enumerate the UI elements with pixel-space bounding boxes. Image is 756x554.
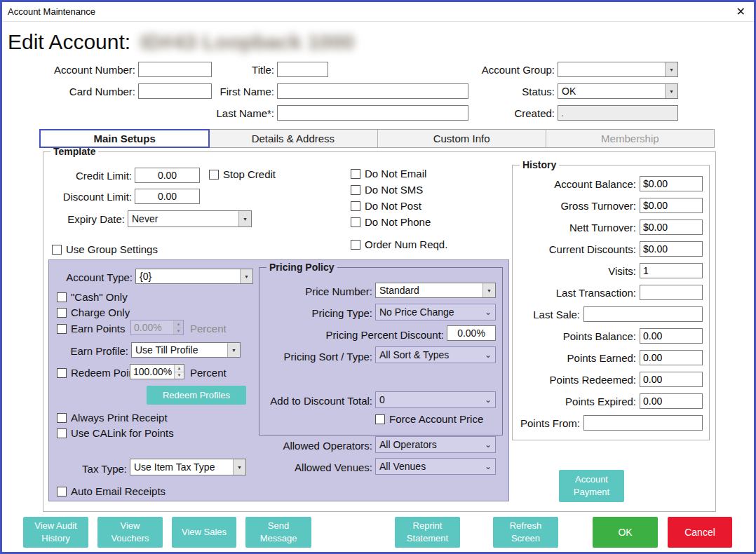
pricing-type-select[interactable]: No Price Change ⌄ [375,304,496,320]
always-print-receipt-checkbox[interactable]: Always Print Receipt [57,412,168,424]
checkbox-box [57,413,67,423]
redeem-profiles-button[interactable]: Redeem Profiles [147,386,246,405]
tab-bar: Main Setups Details & Address Custom Inf… [39,129,715,148]
earn-profile-select[interactable]: Use Till Profile ▼ [131,342,241,358]
chevron-down-icon[interactable]: ⌄ [481,304,495,320]
tax-type-label: Tax Type: [57,463,127,475]
spin-up-icon: ▲ [174,320,183,328]
nett-turnover-input[interactable] [640,219,703,235]
send-message-button[interactable]: Send Message [245,517,311,548]
view-audit-history-button[interactable]: View Audit History [23,517,88,548]
do-not-post-checkbox[interactable]: Do Not Post [351,200,421,212]
checkbox-label: Do Not Post [365,200,421,212]
account-number-label: Account Number: [44,64,135,76]
tab-custom-info[interactable]: Custom Info [378,130,546,147]
redeem-points-spinner[interactable]: 100.00% ▲ ▼ [130,364,184,379]
do-not-phone-checkbox[interactable]: Do Not Phone [351,216,431,228]
discount-limit-label: Discount Limit: [48,191,132,203]
points-from-input[interactable] [583,415,703,431]
points-redeemed-input[interactable] [640,372,703,387]
last-name-input[interactable] [277,105,468,121]
reprint-statement-button[interactable]: Reprint Statement [395,517,460,548]
stop-credit-checkbox[interactable]: Stop Credit [209,168,276,180]
pricing-sort-type-select[interactable]: All Sort & Types ⌄ [375,346,496,363]
history-rows: Account Balance: Gross Turnover: Nett Tu… [512,165,710,440]
refresh-screen-button[interactable]: Refresh Screen [493,517,558,548]
tab-details-address[interactable]: Details & Address [209,130,377,147]
status-select[interactable]: OK ▼ [558,83,678,99]
dropdown-arrow-icon[interactable]: ▼ [482,283,495,297]
dropdown-arrow-icon[interactable]: ▼ [227,343,240,357]
close-icon[interactable]: ✕ [736,5,745,19]
account-balance-input[interactable] [640,176,703,191]
last-transaction-input[interactable] [640,285,703,300]
current-discounts-input[interactable] [640,241,703,257]
price-number-label: Price Number: [260,285,372,297]
spin-down-icon[interactable]: ▼ [175,372,184,379]
pricing-sort-type-label: Pricing Sort / Type: [260,351,372,363]
first-name-input[interactable] [277,83,468,99]
visits-input[interactable] [640,263,703,278]
chevron-down-icon[interactable]: ⌄ [481,347,495,363]
auto-email-receipts-checkbox[interactable]: Auto Email Receipts [57,485,166,497]
account-group-select[interactable]: ▼ [558,62,678,77]
chevron-down-icon[interactable]: ⌄ [481,437,495,452]
use-group-settings-checkbox[interactable]: Use Group Settings [52,243,158,255]
points-earned-input[interactable] [640,350,703,365]
dropdown-arrow-icon[interactable]: ▼ [665,62,677,76]
history-label: Points Balance: [516,330,636,342]
dropdown-arrow-icon[interactable]: ▼ [665,84,677,98]
cancel-button[interactable]: Cancel [668,517,732,548]
price-number-select[interactable]: Standard ▼ [375,283,496,298]
view-vouchers-button[interactable]: View Vouchers [97,517,163,548]
spin-up-icon[interactable]: ▲ [175,365,184,372]
use-calink-checkbox[interactable]: Use CALink for Points [57,427,174,439]
credit-limit-input[interactable] [135,168,200,183]
earn-points-checkbox[interactable]: Earn Points [57,323,126,335]
title-label: Title: [212,64,274,76]
tab-main-setups[interactable]: Main Setups [39,129,210,148]
allowed-venues-label: Allowed Venues: [260,461,372,473]
allowed-operators-select[interactable]: All Operators ⌄ [375,436,496,453]
chevron-down-icon[interactable]: ⌄ [481,459,495,474]
dropdown-arrow-icon[interactable]: ▼ [238,211,251,227]
account-type-label: Account Type: [54,271,133,283]
ok-button[interactable]: OK [593,517,658,548]
page-title: Edit Account: ID#43 Loopback 1000 [8,30,354,54]
card-number-input[interactable] [138,83,212,99]
history-row: Points Earned: [516,350,703,365]
dropdown-arrow-icon[interactable]: ▼ [233,459,245,475]
cash-only-checkbox[interactable]: "Cash" Only [57,291,128,303]
allowed-operators-label: Allowed Operators: [260,440,372,452]
title-input[interactable] [277,62,328,77]
titlebar[interactable]: Account Maintenance ✕ [2,2,754,22]
add-to-discount-total-select[interactable]: 0 ⌄ [375,391,496,408]
do-not-sms-checkbox[interactable]: Do Not SMS [351,184,423,196]
order-num-reqd-checkbox[interactable]: Order Num Reqd. [351,238,447,250]
checkbox-box [375,414,385,424]
account-type-select[interactable]: {0} ▼ [135,269,253,284]
do-not-email-checkbox[interactable]: Do Not Email [351,168,426,180]
view-sales-button[interactable]: View Sales [172,517,236,548]
charge-only-checkbox[interactable]: Charge Only [57,306,130,318]
account-maintenance-window: Account Maintenance ✕ Edit Account: ID#4… [0,0,756,554]
gross-turnover-input[interactable] [640,198,703,213]
points-expired-input[interactable] [640,393,703,409]
chevron-down-icon[interactable]: ⌄ [481,392,495,407]
account-number-input[interactable] [138,62,212,77]
discount-limit-input[interactable] [135,189,200,204]
last-sale-input[interactable] [583,306,703,322]
checkbox-box [57,324,67,334]
force-account-price-checkbox[interactable]: Force Account Price [375,413,483,425]
tax-type-select[interactable]: Use Item Tax Type ▼ [130,459,246,475]
expiry-date-select[interactable]: Never ▼ [128,210,252,227]
points-balance-input[interactable] [640,328,703,344]
pricing-type-value: No Price Change [376,304,481,320]
pricing-percent-discount-input[interactable] [447,325,496,341]
history-row: Nett Turnover: [516,219,703,235]
expiry-date-label: Expiry Date: [48,213,125,225]
allowed-operators-value: All Operators [376,437,481,452]
allowed-venues-select[interactable]: All Venues ⌄ [375,458,496,475]
dropdown-arrow-icon[interactable]: ▼ [240,269,252,283]
account-payment-button[interactable]: Account Payment [559,470,624,502]
